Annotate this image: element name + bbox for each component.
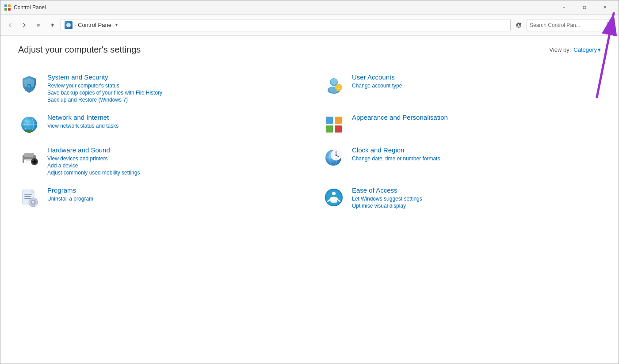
maximize-button[interactable]: □ [574, 0, 595, 15]
recent-button[interactable] [32, 19, 45, 31]
category-clock-region: Clock and Region Change date, time or nu… [323, 141, 601, 181]
ease-of-access-links: Let Windows suggest settings Optimise vi… [352, 196, 601, 209]
ease-of-access-content: Ease of Access Let Windows suggest setti… [352, 186, 601, 209]
system-security-links: Review your computer's status Save backu… [47, 83, 296, 103]
svg-rect-24 [326, 125, 333, 133]
programs-icon [18, 186, 40, 209]
hardware-sound-link-0[interactable]: View devices and printers [47, 155, 296, 162]
hardware-sound-content: Hardware and Sound View devices and prin… [47, 146, 296, 176]
system-security-link-1[interactable]: Save backup copies of your files with Fi… [47, 90, 296, 96]
svg-rect-49 [24, 194, 32, 195]
window-controls: − □ ✕ [554, 0, 615, 15]
svg-rect-22 [326, 117, 333, 124]
clock-region-link-0[interactable]: Change date, time or number formats [352, 155, 601, 162]
svg-rect-27 [24, 153, 34, 157]
page-title: Adjust your computer's settings [18, 45, 141, 55]
category-hardware-sound: Hardware and Sound View devices and prin… [18, 141, 296, 181]
hardware-sound-links: View devices and printers Add a device A… [47, 155, 296, 176]
category-network-internet: Network and Internet View network status… [18, 108, 296, 141]
category-system-security: System and Security Review your computer… [18, 68, 296, 108]
ease-of-access-icon [323, 186, 345, 209]
system-security-title[interactable]: System and Security [47, 73, 296, 81]
hardware-sound-link-2[interactable]: Adjust commonly used mobility settings [47, 170, 296, 176]
programs-link-0[interactable]: Uninstall a program [47, 196, 296, 202]
hardware-sound-title[interactable]: Hardware and Sound [47, 146, 296, 154]
appearance-content: Appearance and Personalisation [352, 114, 601, 123]
svg-rect-50 [24, 196, 31, 197]
path-icon [65, 21, 73, 29]
system-security-content: System and Security Review your computer… [47, 73, 296, 103]
network-internet-title[interactable]: Network and Internet [47, 114, 296, 121]
hardware-sound-icon [18, 146, 40, 168]
search-input[interactable] [530, 22, 604, 28]
search-icon[interactable] [606, 22, 612, 29]
appearance-icon [323, 114, 345, 136]
clock-region-title[interactable]: Clock and Region [352, 146, 601, 154]
svg-rect-3 [8, 8, 11, 11]
ease-of-access-link-1[interactable]: Optimise visual display [352, 203, 601, 209]
category-ease-of-access: Ease of Access Let Windows suggest setti… [323, 181, 601, 214]
refresh-button[interactable] [512, 19, 525, 31]
system-security-link-2[interactable]: Back up and Restore (Windows 7) [47, 97, 296, 103]
close-button[interactable]: ✕ [595, 0, 615, 15]
category-appearance: Appearance and Personalisation [323, 108, 601, 141]
svg-line-5 [610, 25, 612, 27]
network-internet-link-0[interactable]: View network status and tasks [47, 123, 296, 129]
svg-point-43 [336, 155, 337, 156]
minimize-button[interactable]: − [554, 0, 574, 15]
path-chevron: ▾ [115, 23, 118, 27]
system-security-link-0[interactable]: Review your computer's status [47, 83, 296, 89]
ease-of-access-title[interactable]: Ease of Access [352, 186, 601, 194]
user-accounts-icon: 🪙 [323, 73, 345, 95]
system-security-icon [18, 73, 40, 95]
user-accounts-content: User Accounts Change account type [352, 73, 601, 89]
programs-links: Uninstall a program [47, 196, 296, 202]
svg-rect-8 [28, 85, 30, 87]
back-button[interactable] [4, 19, 16, 31]
content-area: Adjust your computer's settings View by:… [0, 36, 619, 364]
svg-rect-1 [8, 4, 11, 7]
view-by-label: View by: [549, 46, 571, 53]
clock-region-content: Clock and Region Change date, time or nu… [352, 146, 601, 162]
appearance-title[interactable]: Appearance and Personalisation [352, 114, 601, 121]
svg-text:🪙: 🪙 [336, 85, 342, 91]
path-text: Control Panel [78, 22, 113, 28]
svg-point-58 [332, 192, 336, 195]
category-programs: Programs Uninstall a program [18, 181, 296, 214]
view-by-chevron: ▾ [598, 46, 601, 53]
up-button[interactable] [46, 19, 59, 31]
svg-rect-30 [26, 162, 31, 163]
programs-content: Programs Uninstall a program [47, 186, 296, 202]
clock-region-icon [323, 146, 345, 168]
svg-point-31 [33, 156, 34, 158]
svg-point-55 [33, 202, 34, 203]
control-panel-window: Control Panel − □ ✕ › Control Panel ▾ [0, 0, 619, 364]
window-title: Control Panel [14, 4, 554, 11]
clock-region-links: Change date, time or number formats [352, 155, 601, 162]
ease-of-access-link-0[interactable]: Let Windows suggest settings [352, 196, 601, 202]
forward-button[interactable] [18, 19, 31, 31]
svg-rect-21 [27, 132, 31, 133]
category-user-accounts: 🪙 User Accounts Change account type [323, 68, 601, 108]
svg-rect-25 [335, 125, 342, 133]
view-by-value: Category [573, 46, 597, 53]
user-accounts-title[interactable]: User Accounts [352, 73, 601, 81]
address-path[interactable]: › Control Panel ▾ [61, 19, 511, 31]
hardware-sound-link-1[interactable]: Add a device [47, 163, 296, 169]
view-by-control: View by: Category ▾ [549, 46, 601, 53]
address-bar: › Control Panel ▾ [0, 15, 619, 36]
view-by-dropdown[interactable]: Category ▾ [573, 46, 601, 53]
search-box[interactable] [527, 19, 615, 31]
path-separator: › [74, 22, 76, 28]
svg-rect-0 [4, 4, 7, 7]
svg-rect-23 [335, 117, 342, 124]
title-bar-icon [4, 4, 11, 11]
programs-title[interactable]: Programs [47, 186, 296, 194]
content-header: Adjust your computer's settings View by:… [18, 45, 601, 55]
network-internet-links: View network status and tasks [47, 123, 296, 129]
user-accounts-link-0[interactable]: Change account type [352, 83, 601, 89]
svg-point-35 [33, 160, 34, 161]
svg-point-11 [331, 79, 337, 85]
user-accounts-links: Change account type [352, 83, 601, 89]
categories-grid: System and Security Review your computer… [18, 68, 601, 214]
